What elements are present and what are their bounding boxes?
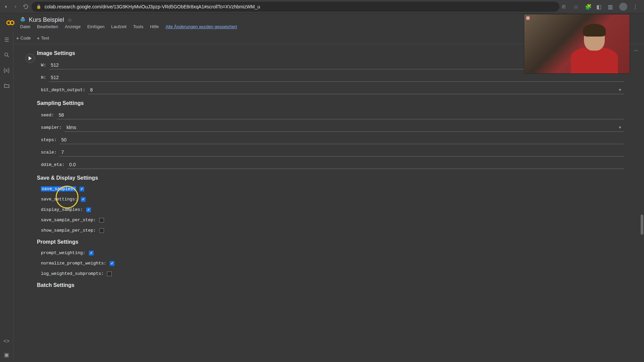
batch-settings-heading: Batch Settings (37, 282, 624, 288)
steps-input[interactable] (59, 136, 624, 144)
sampling-settings-heading: Sampling Settings (37, 100, 624, 106)
svg-point-2 (5, 53, 8, 56)
display-samples-label: display_samples: (41, 207, 83, 212)
prompt-settings-heading: Prompt Settings (37, 239, 624, 245)
profile-avatar[interactable] (619, 3, 627, 11)
sampler-select[interactable]: klms ▼ (64, 123, 624, 132)
files-icon[interactable] (3, 82, 10, 89)
forward-icon[interactable] (13, 4, 19, 10)
add-code-button[interactable]: +Code (16, 35, 31, 41)
bitdepth-label: bit_depth_output: (41, 87, 86, 93)
save-status[interactable]: Alle Änderungen wurden gespeichert (165, 24, 237, 29)
favorite-star-icon[interactable]: ☆ (67, 17, 72, 23)
log-subprompts-checkbox[interactable] (107, 272, 112, 276)
lock-icon: 🔒 (36, 4, 41, 9)
menu-bearbeiten[interactable]: Bearbeiten (37, 24, 58, 29)
reload-icon[interactable] (23, 4, 29, 10)
menu-dots-icon[interactable]: ⋮ (633, 4, 639, 10)
save-samples-label: save_samples: (41, 186, 76, 191)
document-title[interactable]: Kurs Beispiel (29, 16, 64, 23)
h-label: H: (41, 75, 46, 80)
add-text-button[interactable]: +Text (37, 35, 49, 41)
search-icon[interactable] (3, 52, 10, 58)
form-cell: Image Settings W: H: bit_depth_output: 8… (20, 50, 637, 288)
w-label: W: (41, 63, 46, 68)
save-settings-label: save_settings: (41, 197, 77, 202)
seed-label: seed: (41, 113, 54, 118)
drive-icon (20, 17, 25, 23)
menu-anzeige[interactable]: Anzeige (65, 24, 80, 29)
menu-tools[interactable]: Tools (133, 24, 143, 29)
save-samples-checkbox[interactable] (79, 187, 84, 191)
extensions-icon[interactable]: 🧩 (585, 4, 591, 10)
scrollbar-thumb[interactable] (641, 215, 643, 235)
normalize-weights-checkbox[interactable] (110, 261, 114, 266)
back-icon[interactable] (3, 4, 9, 10)
save-display-heading: Save & Display Settings (37, 175, 624, 181)
menu-bar: Datei Bearbeiten Anzeige Einfügen Laufze… (20, 24, 237, 29)
show-per-step-label: show_sample_per_step: (41, 228, 96, 233)
ddim-input[interactable] (67, 161, 624, 169)
star-icon[interactable]: ☆ (574, 4, 580, 10)
menu-laufzeit[interactable]: Laufzeit (111, 24, 127, 29)
notebook-content: Image Settings W: H: bit_depth_output: 8… (13, 44, 644, 362)
code-snippet-icon[interactable]: <> (3, 338, 10, 345)
extension2-icon[interactable]: ◧ (596, 4, 602, 10)
chevron-down-icon: ▼ (618, 88, 622, 92)
url-bar[interactable]: 🔒 colab.research.google.com/drive/13G9KH… (32, 2, 559, 12)
run-cell-button[interactable] (25, 54, 35, 63)
sampler-label: sampler: (41, 125, 62, 130)
prompt-weighting-checkbox[interactable] (89, 251, 94, 255)
normalize-weights-label: normalize_prompt_weights: (41, 261, 106, 266)
collapse-chevron-icon[interactable]: ︿ (634, 47, 639, 53)
save-settings-checkbox[interactable] (81, 197, 86, 202)
bitdepth-select[interactable]: 8 ▼ (88, 86, 624, 94)
log-subprompts-label: log_weighted_subprompts: (41, 271, 104, 276)
colab-logo-icon (5, 18, 15, 28)
steps-label: steps: (41, 137, 57, 142)
save-per-step-label: save_sample_per_step: (41, 218, 96, 223)
left-sidebar: ☰ {x} <> ▣ (0, 32, 13, 362)
save-per-step-checkbox[interactable] (99, 218, 104, 223)
chevron-down-icon: ▼ (618, 125, 622, 129)
url-text: colab.research.google.com/drive/13G9KHyM… (45, 4, 260, 9)
ddim-label: ddim_eta: (41, 162, 64, 167)
panel-icon[interactable]: ▥ (608, 4, 614, 10)
h-input[interactable] (49, 73, 624, 82)
prompt-weighting-label: prompt_weighting: (41, 250, 86, 255)
display-samples-checkbox[interactable] (86, 207, 91, 212)
browser-chrome: 🔒 colab.research.google.com/drive/13G9KH… (0, 0, 644, 13)
menu-datei[interactable]: Datei (20, 24, 30, 29)
install-icon[interactable]: ⎚ (562, 4, 568, 10)
scale-input[interactable] (59, 148, 624, 157)
webcam-overlay (524, 14, 630, 74)
menu-hilfe[interactable]: Hilfe (150, 24, 159, 29)
variables-icon[interactable]: {x} (3, 67, 10, 74)
menu-einfuegen[interactable]: Einfügen (87, 24, 104, 29)
show-per-step-checkbox[interactable] (99, 228, 104, 233)
toc-icon[interactable]: ☰ (3, 36, 10, 43)
terminal-icon[interactable]: ▣ (3, 351, 10, 358)
seed-input[interactable] (57, 111, 624, 119)
scale-label: scale: (41, 150, 57, 155)
